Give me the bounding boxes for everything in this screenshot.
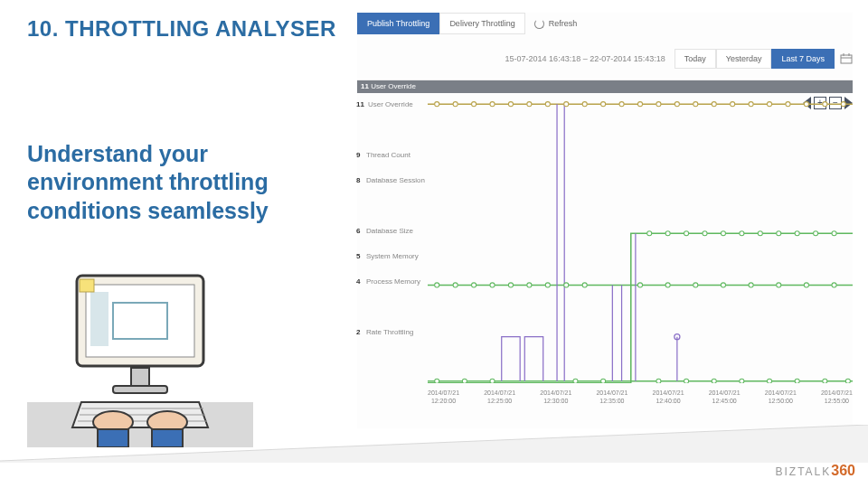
svg-point-58 xyxy=(758,231,762,236)
svg-point-61 xyxy=(814,231,818,236)
svg-point-55 xyxy=(703,231,707,236)
svg-point-33 xyxy=(508,102,513,107)
svg-point-65 xyxy=(472,283,476,287)
svg-point-57 xyxy=(740,231,744,236)
pill-last-7-days[interactable]: Last 7 Days xyxy=(771,49,835,69)
svg-point-83 xyxy=(573,379,578,383)
svg-point-48 xyxy=(786,102,790,107)
svg-point-56 xyxy=(721,231,725,236)
footer-divider xyxy=(0,425,868,488)
svg-point-43 xyxy=(693,102,698,107)
svg-point-50 xyxy=(823,102,827,107)
xlabel-7: 2014/07/2112:55:00 xyxy=(821,389,853,405)
y-label-db-size: Database Size xyxy=(366,227,413,235)
refresh-button[interactable]: Refresh xyxy=(534,19,578,29)
chart-header-num: 11 xyxy=(361,82,371,90)
svg-point-73 xyxy=(665,283,670,287)
y-num-6: 6 xyxy=(356,227,360,235)
svg-marker-94 xyxy=(0,463,868,488)
svg-point-41 xyxy=(656,102,661,107)
xlabel-2: 2014/07/2112:30:00 xyxy=(540,389,571,405)
svg-point-60 xyxy=(795,231,799,236)
svg-rect-5 xyxy=(131,368,149,388)
throttling-tabs: Publish Throttling Delivery Throttling R… xyxy=(357,13,853,34)
svg-point-89 xyxy=(767,379,771,383)
throttling-panel: Publish Throttling Delivery Throttling R… xyxy=(357,13,853,428)
svg-point-29 xyxy=(435,102,439,107)
svg-point-53 xyxy=(665,231,670,236)
y-num-2: 2 xyxy=(356,328,360,336)
chart-header-text: User Override xyxy=(371,82,416,90)
svg-point-87 xyxy=(712,379,716,383)
svg-point-63 xyxy=(435,283,439,287)
x-axis-labels: 2014/07/2112:20:00 2014/07/2112:25:00 20… xyxy=(428,389,853,405)
svg-point-52 xyxy=(647,231,652,236)
svg-point-47 xyxy=(767,102,771,107)
chart-header-bar: 11 User Override xyxy=(357,80,853,93)
svg-point-85 xyxy=(656,379,661,383)
y-num-4: 4 xyxy=(356,277,360,286)
svg-point-92 xyxy=(845,379,850,383)
refresh-icon xyxy=(534,19,544,29)
pill-yesterday[interactable]: Yesterday xyxy=(716,49,772,69)
svg-point-67 xyxy=(508,283,513,287)
svg-point-70 xyxy=(564,283,569,287)
svg-point-31 xyxy=(472,102,476,107)
y-label-system-memory: System Memory xyxy=(366,252,419,260)
svg-point-32 xyxy=(490,102,495,107)
svg-point-71 xyxy=(582,283,587,287)
svg-point-76 xyxy=(749,283,753,287)
xlabel-0: 2014/07/2112:20:00 xyxy=(428,389,459,405)
y-num-9: 9 xyxy=(356,151,360,159)
svg-point-84 xyxy=(601,379,606,383)
svg-point-37 xyxy=(582,102,587,107)
svg-point-79 xyxy=(832,283,836,287)
svg-point-54 xyxy=(684,231,689,236)
tab-publish-throttling[interactable]: Publish Throttling xyxy=(357,13,439,34)
svg-point-34 xyxy=(527,102,532,107)
svg-point-72 xyxy=(637,283,642,287)
xlabel-4: 2014/07/2112:40:00 xyxy=(653,389,684,405)
slide-subtitle: Understand your environment throttling c… xyxy=(27,140,326,225)
date-range-row: 15-07-2014 16:43:18 – 22-07-2014 15:43:1… xyxy=(357,49,853,69)
svg-point-36 xyxy=(564,102,569,107)
svg-rect-6 xyxy=(113,386,167,393)
y-label-thread-count: Thread Count xyxy=(366,151,410,159)
svg-point-40 xyxy=(637,102,642,107)
svg-point-42 xyxy=(675,102,679,107)
svg-point-51 xyxy=(841,102,845,107)
calendar-icon[interactable] xyxy=(840,53,853,64)
svg-point-39 xyxy=(619,102,624,107)
svg-point-81 xyxy=(462,379,467,383)
svg-point-77 xyxy=(777,283,781,287)
footer-suffix: 360 xyxy=(831,463,855,478)
svg-point-69 xyxy=(545,283,550,287)
svg-point-86 xyxy=(684,379,689,383)
svg-point-59 xyxy=(777,231,781,236)
y-num-8: 8 xyxy=(356,176,360,184)
refresh-label: Refresh xyxy=(549,19,578,28)
slide-title: 10. THROTTLING ANALYSER xyxy=(27,16,336,42)
svg-point-90 xyxy=(795,379,799,383)
svg-point-35 xyxy=(545,102,550,107)
xlabel-5: 2014/07/2112:45:00 xyxy=(709,389,741,405)
svg-point-80 xyxy=(435,379,439,383)
footer-logo: BIZTALK360 xyxy=(776,463,856,479)
svg-point-74 xyxy=(693,283,698,287)
svg-point-49 xyxy=(804,102,808,107)
pill-today[interactable]: Today xyxy=(675,49,716,69)
svg-point-78 xyxy=(804,283,808,287)
svg-rect-14 xyxy=(80,279,94,292)
y-label-rate-throttling: Rate Throttling xyxy=(366,328,413,336)
y-num-5: 5 xyxy=(356,252,360,260)
date-range-text: 15-07-2014 16:43:18 – 22-07-2014 15:43:1… xyxy=(357,54,675,63)
chart-plot[interactable] xyxy=(428,97,853,383)
svg-point-62 xyxy=(832,231,836,236)
throttling-chart: 11 User Override + − 11 User Override 9 … xyxy=(357,80,853,405)
svg-point-68 xyxy=(527,283,532,287)
svg-point-38 xyxy=(601,102,606,107)
tab-delivery-throttling[interactable]: Delivery Throttling xyxy=(439,13,524,34)
y-label-process-memory: Process Memory xyxy=(366,277,420,286)
svg-rect-15 xyxy=(841,55,852,63)
y-label-user-override: User Override xyxy=(368,100,413,108)
